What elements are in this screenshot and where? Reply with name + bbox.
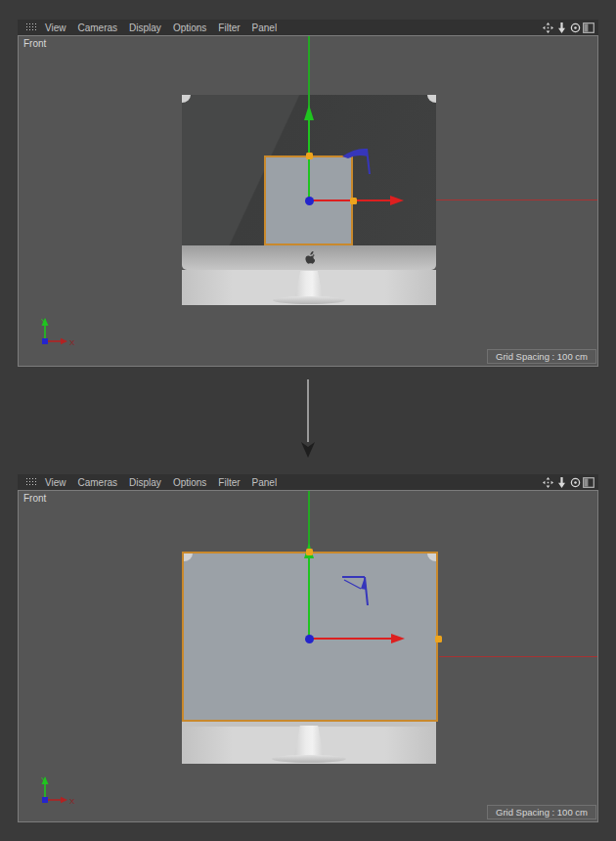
menu-cameras[interactable]: Cameras (78, 477, 118, 488)
screen-corner-right (427, 553, 436, 561)
menu-filter[interactable]: Filter (218, 477, 240, 488)
world-x-axis-line (439, 656, 597, 657)
view-label: Front (23, 38, 46, 49)
imac-stand-base (272, 755, 346, 763)
menu-panel[interactable]: Panel (252, 22, 278, 33)
gizmo-x-axis[interactable] (309, 638, 393, 640)
gizmo-x-arrowhead[interactable] (390, 196, 404, 205)
scale-handle-y[interactable] (306, 549, 313, 555)
axis-orientation-widget: Y X (34, 773, 81, 810)
rotate-icon[interactable] (569, 476, 581, 488)
viewport-front-before[interactable]: Front (18, 35, 598, 367)
scale-handle-x[interactable] (350, 198, 357, 204)
gizmo-z-axis-icon[interactable] (341, 574, 374, 609)
menu-display[interactable]: Display (129, 477, 161, 488)
svg-text:Y: Y (41, 775, 47, 784)
menu-filter[interactable]: Filter (218, 22, 240, 33)
world-y-axis-line (308, 36, 310, 111)
svg-text:X: X (69, 338, 75, 347)
gizmo-x-arrowhead[interactable] (391, 634, 405, 643)
gizmo-y-axis[interactable] (308, 118, 310, 200)
svg-text:X: X (69, 797, 75, 806)
apple-logo-icon (304, 251, 315, 264)
grid-dots-icon[interactable] (25, 22, 36, 32)
pan-icon[interactable] (542, 22, 553, 33)
grid-dots-icon[interactable] (25, 477, 36, 487)
gizmo-z-axis-icon[interactable] (341, 144, 373, 179)
menu-cameras[interactable]: Cameras (78, 22, 118, 33)
viewport-panel-after: View Cameras Display Options Filter Pane… (18, 474, 598, 822)
layout-toggle-icon[interactable] (583, 22, 594, 33)
viewport-menubar: View Cameras Display Options Filter Pane… (18, 20, 598, 35)
viewport-menubar: View Cameras Display Options Filter Pane… (18, 474, 598, 490)
down-arrow (299, 379, 317, 460)
scale-handle-x[interactable] (435, 636, 442, 642)
svg-text:Y: Y (41, 317, 47, 326)
scale-handle-y[interactable] (306, 153, 313, 159)
imac-chin (182, 245, 436, 270)
menu-view[interactable]: View (45, 477, 66, 488)
world-y-axis-line (308, 491, 310, 547)
world-x-axis-line (436, 199, 597, 200)
dolly-icon[interactable] (555, 22, 567, 33)
grid-spacing-badge: Grid Spacing : 100 cm (487, 805, 596, 819)
rotate-icon[interactable] (569, 22, 581, 33)
menu-options[interactable]: Options (173, 477, 206, 488)
gizmo-y-arrowhead[interactable] (304, 105, 314, 120)
gizmo-origin-dot[interactable] (305, 635, 314, 643)
pan-icon[interactable] (542, 476, 553, 488)
viewport-panel-before: View Cameras Display Options Filter Pane… (18, 20, 598, 367)
gizmo-origin-dot[interactable] (305, 197, 314, 205)
axis-orientation-widget: Y X (34, 314, 81, 351)
imac-stand-base (273, 296, 345, 304)
layout-toggle-icon[interactable] (583, 476, 594, 488)
viewport-front-after[interactable]: Front (18, 490, 598, 822)
menu-view[interactable]: View (45, 22, 66, 33)
menu-panel[interactable]: Panel (252, 477, 278, 488)
dolly-icon[interactable] (555, 476, 567, 488)
view-label: Front (23, 493, 46, 504)
menu-options[interactable]: Options (173, 22, 206, 33)
grid-spacing-badge: Grid Spacing : 100 cm (487, 349, 596, 364)
menu-display[interactable]: Display (129, 22, 161, 33)
screen-corner-left (184, 553, 193, 561)
gizmo-y-axis[interactable] (308, 556, 310, 639)
